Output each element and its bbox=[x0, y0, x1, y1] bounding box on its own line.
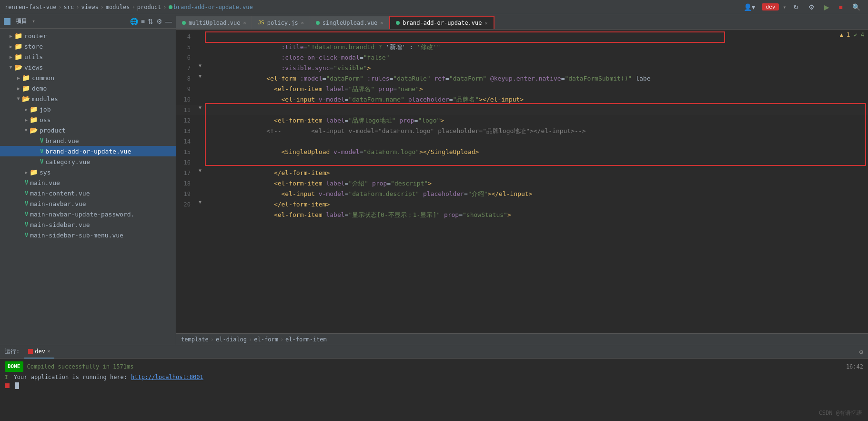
views-folder-icon: 📂 bbox=[14, 63, 22, 71]
code-line-7: 7 ▼ <el-form :model="dataForm" :rules="d… bbox=[176, 63, 868, 73]
tab-brand-add-close[interactable]: ✕ bbox=[485, 21, 488, 26]
app-url[interactable]: http://localhost:8001 bbox=[131, 374, 203, 380]
bc-sep4: › bbox=[131, 4, 135, 10]
common-triangle: ▶ bbox=[17, 75, 20, 81]
line-content-20: <el-form-item label="显示状态[0-不显示；1-显示]" p… bbox=[205, 199, 868, 231]
sidebar-item-main-content-vue[interactable]: V main-content.vue bbox=[0, 188, 176, 198]
product-folder-icon: 📂 bbox=[30, 126, 38, 134]
bc-modules[interactable]: modules bbox=[106, 4, 130, 10]
watermark: CSDN @有语忆语 bbox=[819, 409, 862, 417]
search-button[interactable]: 🔍 bbox=[849, 2, 863, 12]
sidebar-item-views[interactable]: ▶ 📂 views bbox=[0, 62, 176, 72]
tab-policy-close[interactable]: ✕ bbox=[301, 20, 304, 25]
demo-folder-icon: 📁 bbox=[22, 84, 30, 92]
sidebar-item-oss[interactable]: ▶ 📁 oss bbox=[0, 114, 176, 125]
bc-sep1: › bbox=[58, 4, 61, 10]
fold-20[interactable]: ▼ bbox=[199, 199, 202, 205]
sidebar-item-brand-vue[interactable]: V brand.vue bbox=[0, 135, 176, 146]
mnup-label: main-navbar-update-password. bbox=[30, 211, 134, 218]
utils-label: utils bbox=[24, 53, 43, 61]
collapse-button[interactable]: ≡ bbox=[141, 18, 145, 25]
bottom-settings-button[interactable]: ⚙ bbox=[859, 348, 863, 356]
run-status-icon bbox=[28, 349, 33, 354]
line-num-16: 16 bbox=[176, 157, 195, 168]
modules-label: modules bbox=[32, 95, 58, 103]
line-num-11: 11 bbox=[176, 105, 195, 115]
sidebar-item-main-sidebar-vue[interactable]: V main-sidebar.vue bbox=[0, 219, 176, 230]
code-line-11: 11 ▼ <el-form-item label="品牌logo地址" prop… bbox=[176, 105, 868, 115]
line-num-18: 18 bbox=[176, 178, 195, 189]
code-container[interactable]: ▲ 1 ✔ 4 4 :title="!dataForm.brandId ? '新… bbox=[176, 30, 868, 333]
ms-vue-icon: V bbox=[25, 221, 28, 228]
bc-views[interactable]: views bbox=[81, 4, 99, 10]
new-file-button[interactable]: 🌐 bbox=[130, 18, 138, 25]
line-num-8: 8 bbox=[176, 73, 195, 84]
multiupload-vue-dot bbox=[182, 21, 186, 25]
tab-singleupload[interactable]: singleUpload.vue ✕ bbox=[310, 16, 390, 29]
sidebar-item-product[interactable]: ▶ 📂 product bbox=[0, 125, 176, 135]
sidebar-item-store[interactable]: ▶ 📁 store bbox=[0, 41, 176, 51]
router-triangle: ▶ bbox=[10, 33, 12, 39]
fold-7[interactable]: ▼ bbox=[199, 63, 202, 68]
sidebar-item-main-sidebar-sub-menu-vue[interactable]: V main-sidebar-sub-menu.vue bbox=[0, 230, 176, 240]
sidebar-item-category-vue[interactable]: V category.vue bbox=[0, 156, 176, 167]
line-content-15 bbox=[205, 147, 868, 157]
brand-vue-label: brand.vue bbox=[45, 137, 79, 144]
mssm-label: main-sidebar-sub-menu.vue bbox=[30, 232, 123, 239]
tab-multiupload-close[interactable]: ✕ bbox=[243, 20, 246, 25]
common-label: common bbox=[32, 74, 54, 82]
mssm-vue-icon: V bbox=[25, 232, 28, 238]
dev-dropdown-arrow[interactable]: ▾ bbox=[783, 4, 786, 10]
app-msg-prefix: Your application is running here: bbox=[14, 374, 127, 380]
line-num-5: 5 bbox=[176, 42, 195, 52]
code-line-19: 19 </el-form-item> bbox=[176, 189, 868, 199]
tab-brand-add-or-update[interactable]: brand-add-or-update.vue ✕ bbox=[389, 16, 494, 29]
tab-policy-label: policy.js bbox=[267, 20, 298, 26]
stop-button[interactable]: ■ bbox=[836, 2, 846, 12]
sidebar-item-router[interactable]: ▶ 📁 router bbox=[0, 31, 176, 41]
bc-product[interactable]: product bbox=[137, 4, 161, 10]
sidebar-item-sys[interactable]: ▶ 📁 sys bbox=[0, 167, 176, 177]
job-label: job bbox=[40, 106, 50, 113]
sidebar-item-utils[interactable]: ▶ 📁 utils bbox=[0, 51, 176, 62]
sidebar-item-main-vue[interactable]: V main.vue bbox=[0, 177, 176, 188]
line-num-14: 14 bbox=[176, 136, 195, 147]
sidebar-item-main-navbar-update-password[interactable]: V main-navbar-update-password. bbox=[0, 209, 176, 219]
fold-17[interactable]: ▼ bbox=[199, 168, 202, 173]
sidebar-item-main-navbar-vue[interactable]: V main-navbar.vue bbox=[0, 198, 176, 209]
tab-policy[interactable]: JS policy.js ✕ bbox=[252, 16, 310, 29]
user-button[interactable]: 👤▾ bbox=[741, 2, 758, 12]
sidebar-item-job[interactable]: ▶ 📁 job bbox=[0, 104, 176, 114]
refresh-button[interactable]: ↻ bbox=[790, 2, 802, 12]
line-gutter-11: ▼ bbox=[195, 105, 205, 110]
sidebar-dropdown-arrow[interactable]: ▾ bbox=[32, 18, 35, 24]
settings-button[interactable]: ⚙ bbox=[156, 18, 162, 25]
sidebar-item-brand-add-or-update-vue[interactable]: V brand-add-or-update.vue bbox=[0, 146, 176, 156]
terminal-content[interactable]: DONE Compiled successfully in 1571ms 16:… bbox=[0, 359, 868, 421]
top-bar: renren-fast-vue › src › views › modules … bbox=[0, 0, 868, 14]
dev-badge: dev bbox=[762, 3, 779, 10]
main-navbar-vue-icon: V bbox=[25, 200, 28, 207]
bc-project[interactable]: renren-fast-vue bbox=[5, 4, 56, 10]
fold-11[interactable]: ▼ bbox=[199, 105, 202, 110]
bc-src[interactable]: src bbox=[64, 4, 74, 10]
sidebar-item-common[interactable]: ▶ 📁 common bbox=[0, 72, 176, 83]
sidebar-item-modules[interactable]: ▶ 📂 modules bbox=[0, 93, 176, 104]
tab-multiupload[interactable]: multiUpload.vue ✕ bbox=[176, 16, 252, 29]
views-triangle: ▶ bbox=[9, 66, 14, 69]
bottom-tab-dev[interactable]: dev ✕ bbox=[24, 345, 54, 359]
sort-button[interactable]: ⇅ bbox=[148, 18, 153, 25]
minimize-button[interactable]: — bbox=[165, 18, 172, 25]
fold-8[interactable]: ▼ bbox=[199, 73, 202, 79]
bottom-tabs: 运行: dev ✕ ⚙ bbox=[0, 345, 868, 359]
editor-area: multiUpload.vue ✕ JS policy.js ✕ singleU… bbox=[176, 14, 868, 345]
line-num-17: 17 bbox=[176, 168, 195, 178]
line-num-15: 15 bbox=[176, 147, 195, 157]
sidebar-item-demo[interactable]: ▶ 📁 demo bbox=[0, 83, 176, 93]
line-gutter-20: ▼ bbox=[195, 199, 205, 205]
dev-tab-close[interactable]: ✕ bbox=[47, 348, 50, 354]
code-line-5: 5 :close-on-click-modal="false" bbox=[176, 42, 868, 52]
tab-singleupload-close[interactable]: ✕ bbox=[380, 20, 383, 25]
run-button[interactable]: ▶ bbox=[821, 2, 832, 12]
plugin-button[interactable]: ⚙ bbox=[806, 2, 818, 12]
